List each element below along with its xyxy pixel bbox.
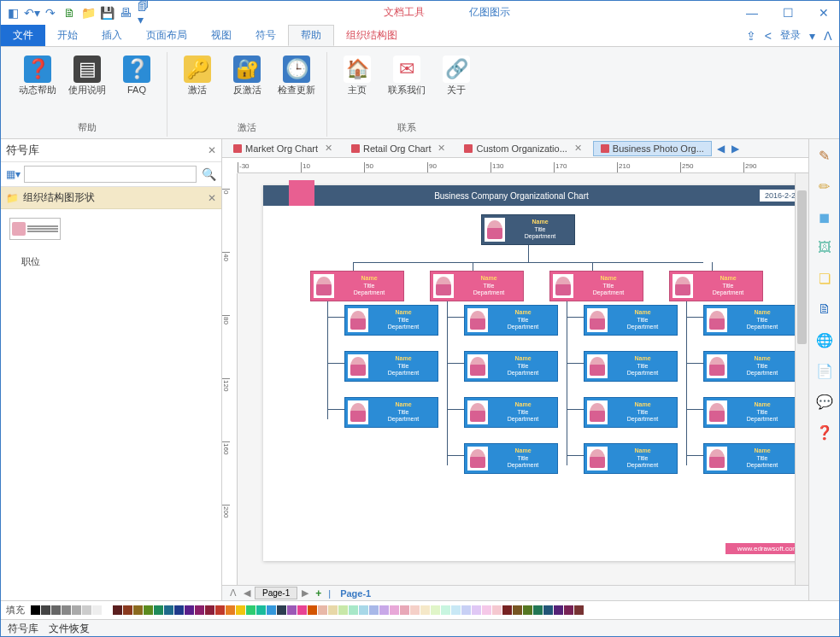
color-swatch[interactable] xyxy=(472,605,481,615)
document-tab[interactable]: Custom Organizatio...✕ xyxy=(456,140,589,156)
color-swatch[interactable] xyxy=(482,605,491,615)
color-swatch[interactable] xyxy=(318,605,327,615)
redo-icon[interactable]: ↷ xyxy=(44,6,57,20)
color-swatch[interactable] xyxy=(123,605,132,615)
document-tab[interactable]: Retail Org Chart✕ xyxy=(344,140,453,156)
undo-icon[interactable]: ↶▾ xyxy=(25,6,38,20)
menu-insert[interactable]: 插入 xyxy=(90,25,134,46)
search-input[interactable] xyxy=(24,166,197,183)
color-swatch[interactable] xyxy=(328,605,338,615)
color-swatch[interactable] xyxy=(431,605,440,615)
ribbon-button[interactable]: 🕒检查更新 xyxy=(275,52,318,119)
color-swatch[interactable] xyxy=(574,605,584,615)
pointer-icon[interactable]: ✎ xyxy=(815,146,834,165)
menu-help[interactable]: 帮助 xyxy=(288,25,334,46)
collapse-ribbon-icon[interactable]: ᐱ xyxy=(824,29,832,43)
menu-start[interactable]: 开始 xyxy=(45,25,90,46)
color-swatch[interactable] xyxy=(502,605,512,615)
color-swatch[interactable] xyxy=(256,605,266,615)
ribbon-button[interactable]: ▤使用说明 xyxy=(66,52,109,119)
color-swatch[interactable] xyxy=(51,605,61,615)
tab-symbol-lib[interactable]: 符号库 xyxy=(8,622,38,636)
ribbon-button[interactable]: 🔑激活 xyxy=(176,52,219,119)
ribbon-button[interactable]: ❓动态帮助 xyxy=(16,52,59,119)
ribbon-button[interactable]: ✉联系我们 xyxy=(385,52,428,119)
color-swatch[interactable] xyxy=(174,605,184,615)
org-card[interactable]: NameTitleDepartment xyxy=(703,397,795,428)
color-swatch[interactable] xyxy=(420,605,430,615)
tab-close-icon[interactable]: ✕ xyxy=(325,143,332,154)
color-swatch[interactable] xyxy=(205,605,214,615)
page-next-icon[interactable]: ▶ xyxy=(299,587,311,599)
color-swatch[interactable] xyxy=(31,605,40,615)
color-swatch[interactable] xyxy=(164,605,173,615)
color-swatch[interactable] xyxy=(410,605,420,615)
color-swatch[interactable] xyxy=(72,605,81,615)
document-tab[interactable]: Market Org Chart✕ xyxy=(226,140,340,156)
org-card[interactable]: NameTitleDepartment xyxy=(464,305,558,336)
color-swatch[interactable] xyxy=(543,605,553,615)
color-swatch[interactable] xyxy=(154,605,163,615)
org-card[interactable]: NameTitleDepartment xyxy=(703,443,795,474)
export-icon[interactable]: 🗐▾ xyxy=(138,6,151,20)
fill-icon[interactable]: ◼ xyxy=(815,207,834,226)
document-tab[interactable]: Business Photo Org... xyxy=(593,141,712,156)
color-swatch[interactable] xyxy=(513,605,522,615)
tabs-left-icon[interactable]: ◀ xyxy=(715,143,726,155)
color-swatch[interactable] xyxy=(41,605,50,615)
page-up-icon[interactable]: ᐱ xyxy=(227,587,239,599)
color-swatch[interactable] xyxy=(82,605,91,615)
color-swatch[interactable] xyxy=(359,605,368,615)
color-swatch[interactable] xyxy=(451,605,461,615)
org-card[interactable]: NameTitleDepartment xyxy=(310,271,404,301)
org-card[interactable]: NameTitleDepartment xyxy=(703,351,795,382)
page-prev-icon[interactable]: ◀ xyxy=(241,587,253,599)
color-swatch[interactable] xyxy=(277,605,286,615)
menu-orgchart[interactable]: 组织结构图 xyxy=(334,25,409,46)
color-swatch[interactable] xyxy=(390,605,399,615)
globe-icon[interactable]: 🌐 xyxy=(815,330,834,349)
search-icon[interactable]: 🔍 xyxy=(199,166,218,183)
color-swatch[interactable] xyxy=(62,605,71,615)
open-icon[interactable]: 📁 xyxy=(81,6,95,20)
color-swatch[interactable] xyxy=(267,605,276,615)
org-card[interactable]: NameTitleDepartment xyxy=(464,351,558,382)
color-swatch[interactable] xyxy=(236,605,245,615)
scrollbar-vertical[interactable] xyxy=(795,173,808,585)
color-swatch[interactable] xyxy=(144,605,153,615)
org-card[interactable]: NameTitleDepartment xyxy=(584,351,678,382)
color-swatch[interactable] xyxy=(564,605,573,615)
print-icon[interactable]: 🖶 xyxy=(119,6,132,20)
library-picker-icon[interactable]: ▦▾ xyxy=(4,166,21,183)
color-swatch[interactable] xyxy=(400,605,409,615)
new-icon[interactable]: 🗎 xyxy=(62,6,76,20)
color-swatch[interactable] xyxy=(287,605,297,615)
color-swatch[interactable] xyxy=(349,605,358,615)
color-swatch[interactable] xyxy=(92,605,102,615)
comment-icon[interactable]: 💬 xyxy=(815,392,834,411)
color-swatch[interactable] xyxy=(379,605,389,615)
menu-file[interactable]: 文件 xyxy=(1,25,45,46)
shape-category[interactable]: 📁 组织结构图形状 ✕ xyxy=(1,187,221,209)
org-card[interactable]: NameTitleDepartment xyxy=(344,351,438,382)
image-icon[interactable]: 🖼 xyxy=(815,238,834,257)
document-icon[interactable]: 🗎 xyxy=(815,300,834,318)
color-swatch[interactable] xyxy=(461,605,471,615)
page-icon[interactable]: 📄 xyxy=(815,361,834,380)
color-swatch[interactable] xyxy=(185,605,194,615)
color-swatch[interactable] xyxy=(523,605,532,615)
org-card[interactable]: NameTitleDepartment xyxy=(464,397,558,428)
canvas[interactable]: Business Company Organizational Chart 20… xyxy=(238,173,795,585)
org-card[interactable]: NameTitleDepartment xyxy=(584,397,678,428)
tab-close-icon[interactable]: ✕ xyxy=(574,143,582,154)
tabs-right-icon[interactable]: ▶ xyxy=(730,143,741,155)
color-swatch[interactable] xyxy=(297,605,307,615)
org-card[interactable]: NameTitleDepartment xyxy=(549,271,643,301)
cloud-icon[interactable]: < xyxy=(765,29,772,43)
color-swatch[interactable] xyxy=(226,605,235,615)
help-icon[interactable]: ❓ xyxy=(815,423,834,441)
ribbon-button[interactable]: ❔FAQ xyxy=(115,52,158,119)
color-swatch[interactable] xyxy=(103,605,112,615)
page[interactable]: Business Company Organizational Chart 20… xyxy=(263,185,795,561)
ribbon-button[interactable]: 🔐反激活 xyxy=(226,52,268,119)
